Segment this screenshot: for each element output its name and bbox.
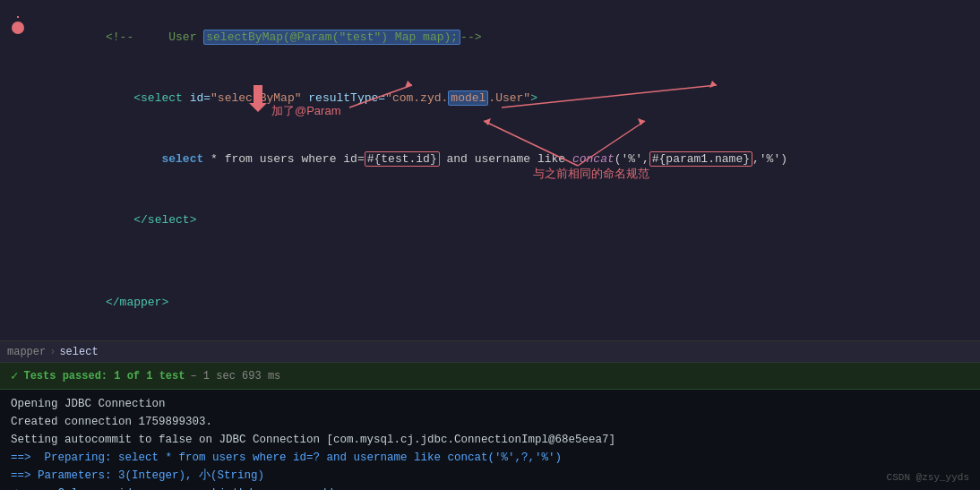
editor-area: <!-- User selectByMap(@Param("test") Map… xyxy=(0,0,980,363)
breadcrumb-select[interactable]: select xyxy=(59,346,98,358)
breakpoint-icon xyxy=(12,21,24,34)
log-line-4: ==> Parameters: 3(Integer), 小(String) xyxy=(11,467,969,485)
code-line-1: <!-- User selectByMap(@Param("test") Map… xyxy=(36,7,980,68)
param-name: #{param1.name} xyxy=(649,151,752,167)
breadcrumb-mapper[interactable]: mapper xyxy=(7,346,46,358)
log-line-3: ==> Preparing: select * from users where… xyxy=(11,449,969,467)
test-result-bar: ✓ Tests passed: 1 of 1 test – 1 sec 693 … xyxy=(0,363,980,390)
log-line-2: Setting autocommit to false on JDBC Conn… xyxy=(11,431,969,449)
test-label: Tests passed: 1 of 1 test xyxy=(23,370,185,383)
console-area: Opening JDBC Connection Created connecti… xyxy=(0,390,980,490)
log-line-5: <== Columns: id, username, birthday, sex… xyxy=(11,485,969,490)
breadcrumb-sep: › xyxy=(49,346,56,358)
comment-text: <!-- User selectByMap(@Param("test") Map… xyxy=(106,30,481,45)
test-pass-icon: ✓ xyxy=(11,368,18,383)
code-line-5 xyxy=(36,251,980,272)
param-test-id: #{test.id} xyxy=(365,151,440,167)
test-detail: – 1 sec 693 ms xyxy=(190,370,280,383)
code-line-2: <select id="selectByMap" resultType="com… xyxy=(36,68,980,129)
left-gutter xyxy=(0,0,36,340)
log-line-0: Opening JDBC Connection xyxy=(11,395,969,413)
breadcrumb-bar: mapper › select xyxy=(0,340,980,362)
code-line-3: select * from users where id=#{test.id} … xyxy=(36,129,980,190)
concat-func: concat xyxy=(572,152,615,166)
log-line-1: Created connection 1759899303. xyxy=(11,413,969,431)
code-line-4: </select> xyxy=(36,190,980,251)
code-line-6: </mapper> xyxy=(36,272,980,333)
code-area: <!-- User selectByMap(@Param("test") Map… xyxy=(36,0,980,340)
select-keyword: select xyxy=(161,152,203,166)
watermark: CSDN @zsy_yyds xyxy=(887,472,969,483)
